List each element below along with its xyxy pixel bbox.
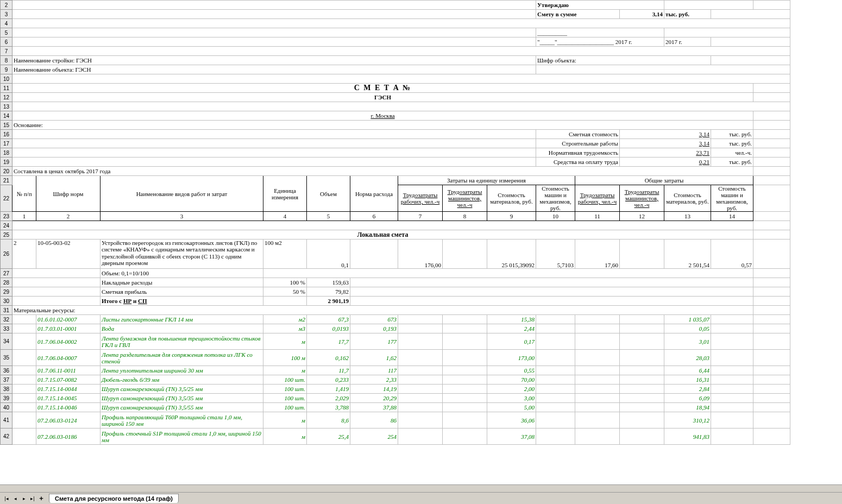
- cell[interactable]: [536, 350, 575, 366]
- cell[interactable]: [12, 102, 790, 111]
- cell[interactable]: 0,233: [307, 375, 350, 385]
- cell[interactable]: тыс. руб.: [711, 139, 753, 148]
- cell[interactable]: тыс. руб.: [664, 10, 711, 19]
- row-header[interactable]: 42: [1, 429, 12, 445]
- cell[interactable]: Трудозатраты машинистов, чел.-ч: [443, 185, 487, 212]
- cell[interactable]: [753, 121, 790, 130]
- row-header[interactable]: 7: [1, 47, 12, 56]
- cell[interactable]: [536, 394, 575, 403]
- cell[interactable]: Строительные работы: [536, 139, 620, 148]
- cell[interactable]: [753, 240, 790, 269]
- cell[interactable]: № п/п: [12, 176, 36, 212]
- row-header[interactable]: 19: [1, 158, 12, 167]
- row-header[interactable]: 2: [1, 1, 12, 10]
- tab-first-icon[interactable]: |◂: [2, 494, 11, 503]
- cell[interactable]: 117: [350, 366, 398, 375]
- cell[interactable]: Материальные ресурсы:: [12, 306, 753, 315]
- cell[interactable]: 28,03: [664, 350, 711, 366]
- cell[interactable]: [12, 130, 536, 139]
- cell[interactable]: 100 м: [263, 350, 307, 366]
- cell[interactable]: 25,4: [307, 429, 350, 445]
- cell[interactable]: Наименование видов работ и затрат: [100, 176, 263, 212]
- row-header[interactable]: 40: [1, 403, 12, 412]
- cell[interactable]: Норма расхода: [350, 176, 398, 212]
- row-header[interactable]: 9: [1, 65, 12, 74]
- cell[interactable]: [536, 65, 790, 74]
- cell[interactable]: 2017 г.: [664, 37, 711, 47]
- cell[interactable]: Наименование объекта: ГЭСН: [12, 65, 536, 74]
- cell[interactable]: [753, 176, 790, 185]
- cell[interactable]: [753, 350, 790, 366]
- cell[interactable]: 01.7.15.14-0045: [36, 394, 100, 403]
- cell[interactable]: 01.7.15.14-0046: [36, 403, 100, 412]
- cell[interactable]: [711, 315, 753, 324]
- cell[interactable]: [398, 429, 443, 445]
- cell[interactable]: 673: [350, 315, 398, 324]
- cell[interactable]: [12, 394, 36, 403]
- cell[interactable]: [350, 278, 753, 287]
- row-header[interactable]: 18: [1, 148, 12, 158]
- cell[interactable]: Лента уплотнительная шириной 30 мм: [100, 366, 263, 375]
- cell[interactable]: 100 %: [263, 278, 307, 287]
- cell[interactable]: Локальная смета: [12, 230, 753, 240]
- cell[interactable]: 2: [12, 240, 36, 269]
- cell[interactable]: [711, 375, 753, 385]
- cell[interactable]: г. Москва: [12, 111, 753, 121]
- cell[interactable]: 14: [711, 212, 753, 221]
- cell[interactable]: 1,419: [307, 385, 350, 394]
- cell[interactable]: [753, 306, 790, 315]
- cell[interactable]: 13: [664, 212, 711, 221]
- cell[interactable]: [620, 429, 664, 445]
- cell[interactable]: [753, 158, 790, 167]
- cell[interactable]: [575, 333, 620, 350]
- cell[interactable]: Составлена в ценах октябрь 2017 года: [12, 167, 753, 176]
- cell[interactable]: 37,88: [350, 403, 398, 412]
- cell[interactable]: [398, 394, 443, 403]
- cell[interactable]: 01.7.06.04-0002: [36, 333, 100, 350]
- row-header[interactable]: 10: [1, 74, 12, 84]
- cell[interactable]: [12, 47, 790, 56]
- cell[interactable]: [711, 37, 790, 47]
- cell[interactable]: 11,7: [307, 366, 350, 375]
- cell[interactable]: [12, 385, 36, 394]
- cell[interactable]: 3,01: [664, 333, 711, 350]
- cell[interactable]: Стоимость материалов, руб.: [664, 185, 711, 212]
- cell[interactable]: Итого с НР и СП: [100, 297, 263, 306]
- cell[interactable]: [753, 93, 790, 102]
- cell[interactable]: м: [263, 333, 307, 350]
- row-header[interactable]: 32: [1, 315, 12, 324]
- cell[interactable]: [443, 366, 487, 375]
- cell[interactable]: [711, 366, 753, 375]
- cell[interactable]: [12, 403, 36, 412]
- cell[interactable]: [443, 350, 487, 366]
- row-header[interactable]: 3: [1, 10, 12, 19]
- scroll-bottom[interactable]: [0, 484, 842, 492]
- cell[interactable]: Стоимость машин и механизмов, руб.: [536, 185, 575, 212]
- cell[interactable]: [753, 130, 790, 139]
- cell[interactable]: 1: [12, 212, 36, 221]
- row-header[interactable]: 22: [1, 185, 12, 212]
- cell[interactable]: Трудозатраты рабочих, чел.-ч: [398, 185, 443, 212]
- row-header[interactable]: 28: [1, 278, 12, 287]
- row-header[interactable]: 8: [1, 56, 12, 65]
- cell[interactable]: [443, 385, 487, 394]
- cell[interactable]: [12, 429, 36, 445]
- cell[interactable]: 01.7.03.01-0001: [36, 324, 100, 333]
- cell[interactable]: 100 шт.: [263, 385, 307, 394]
- cell[interactable]: [753, 315, 790, 324]
- cell[interactable]: тыс. руб.: [711, 158, 753, 167]
- row-header[interactable]: 35: [1, 350, 12, 366]
- row-header[interactable]: 39: [1, 394, 12, 403]
- cell[interactable]: [753, 287, 790, 297]
- row-header[interactable]: 16: [1, 130, 12, 139]
- cell[interactable]: Шифр норм: [36, 176, 100, 212]
- cell[interactable]: [620, 324, 664, 333]
- cell[interactable]: 50 %: [263, 287, 307, 297]
- cell[interactable]: [620, 350, 664, 366]
- cell[interactable]: 01.7.06.04-0007: [36, 350, 100, 366]
- cell[interactable]: Нормативная трудоемкость: [536, 148, 620, 158]
- cell[interactable]: 0,193: [350, 324, 398, 333]
- cell[interactable]: [12, 74, 790, 84]
- cell[interactable]: [12, 287, 100, 297]
- row-header[interactable]: 33: [1, 324, 12, 333]
